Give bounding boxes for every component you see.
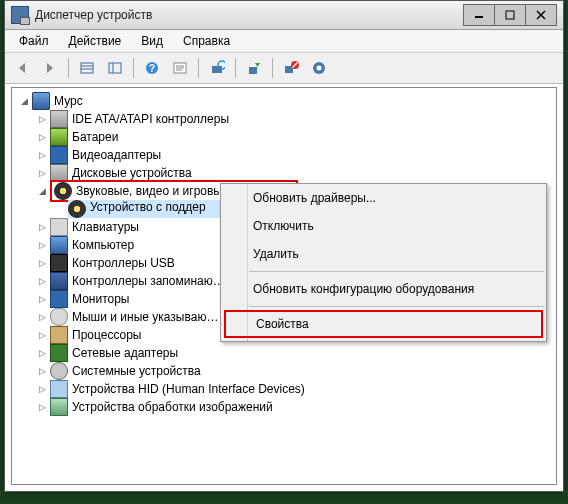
menu-action[interactable]: Действие — [59, 32, 132, 50]
device-manager-window: Диспетчер устройств Файл Действие Вид Сп… — [4, 0, 564, 492]
svg-rect-1 — [506, 11, 514, 19]
expand-icon[interactable]: ▷ — [36, 311, 48, 323]
detail-view-button[interactable] — [74, 55, 100, 81]
close-button[interactable] — [525, 4, 557, 26]
network-icon — [50, 344, 68, 362]
ctx-properties[interactable]: Свойства — [224, 310, 543, 338]
device-label: Устройство с поддер — [90, 200, 206, 218]
svg-point-22 — [317, 66, 322, 71]
separator — [249, 306, 544, 307]
app-icon — [11, 6, 29, 24]
context-menu: Обновить драйверы... Отключить Удалить О… — [220, 183, 547, 342]
category-label: Системные устройства — [72, 364, 201, 378]
maximize-button[interactable] — [494, 4, 526, 26]
root-label: Мурс — [54, 94, 83, 108]
update-driver-button[interactable] — [306, 55, 332, 81]
mouse-icon — [50, 308, 68, 326]
help-button[interactable]: ? — [139, 55, 165, 81]
category-label: Компьютер — [72, 238, 134, 252]
category-label: Устройства HID (Human Interface Devices) — [72, 382, 305, 396]
expand-icon[interactable]: ▷ — [36, 257, 48, 269]
expand-icon[interactable]: ▷ — [36, 221, 48, 233]
category-label: Клавиатуры — [72, 220, 139, 234]
expand-icon[interactable]: ▷ — [36, 149, 48, 161]
tree-category[interactable]: ▷ Сетевые адаптеры — [14, 344, 554, 362]
category-label: Сетевые адаптеры — [72, 346, 178, 360]
category-label: Видеоадаптеры — [72, 148, 161, 162]
computer-icon — [50, 236, 68, 254]
hid-icon — [50, 380, 68, 398]
svg-rect-17 — [249, 67, 257, 74]
collapse-icon[interactable]: ◢ — [36, 185, 48, 197]
expand-icon[interactable]: ▷ — [36, 113, 48, 125]
usb-icon — [50, 254, 68, 272]
tree-category[interactable]: ▷ Батареи — [14, 128, 554, 146]
ctx-disable[interactable]: Отключить — [221, 212, 546, 240]
scan-hardware-button[interactable] — [204, 55, 230, 81]
storage-icon — [50, 272, 68, 290]
svg-rect-4 — [81, 63, 93, 73]
separator — [249, 271, 544, 272]
category-label: Мониторы — [72, 292, 129, 306]
tree-category[interactable]: ▷ Устройства HID (Human Interface Device… — [14, 380, 554, 398]
category-label: Батареи — [72, 130, 118, 144]
category-label: Процессоры — [72, 328, 142, 342]
imaging-icon — [50, 398, 68, 416]
keyboard-icon — [50, 218, 68, 236]
category-label: Мыши и иные указываю… — [72, 310, 218, 324]
expand-icon[interactable]: ▷ — [36, 239, 48, 251]
sound-icon — [54, 182, 72, 200]
collapse-icon[interactable]: ◢ — [18, 95, 30, 107]
tree-root[interactable]: ◢ Мурс — [14, 92, 554, 110]
expand-icon[interactable]: ▷ — [36, 401, 48, 413]
monitor-icon — [50, 290, 68, 308]
separator — [68, 58, 69, 78]
category-label: Контроллеры USB — [72, 256, 175, 270]
svg-rect-7 — [109, 63, 121, 73]
drive-icon — [50, 110, 68, 128]
disable-button[interactable] — [278, 55, 304, 81]
separator — [198, 58, 199, 78]
tree-category[interactable]: ▷ Системные устройства — [14, 362, 554, 380]
system-icon — [50, 362, 68, 380]
expand-icon[interactable]: ▷ — [36, 293, 48, 305]
menu-file[interactable]: Файл — [9, 32, 59, 50]
ctx-update-drivers[interactable]: Обновить драйверы... — [221, 184, 546, 212]
menubar: Файл Действие Вид Справка — [5, 30, 563, 53]
titlebar[interactable]: Диспетчер устройств — [5, 1, 563, 30]
list-view-button[interactable] — [102, 55, 128, 81]
svg-text:?: ? — [149, 63, 155, 74]
ctx-scan-hardware[interactable]: Обновить конфигурацию оборудования — [221, 275, 546, 303]
computer-icon — [32, 92, 50, 110]
menu-view[interactable]: Вид — [131, 32, 173, 50]
category-label: Дисковые устройства — [72, 166, 192, 180]
display-icon — [50, 146, 68, 164]
category-label: IDE ATA/ATAPI контроллеры — [72, 112, 229, 126]
cpu-icon — [50, 326, 68, 344]
expand-icon[interactable]: ▷ — [36, 383, 48, 395]
expand-icon[interactable]: ▷ — [36, 167, 48, 179]
window-title: Диспетчер устройств — [35, 8, 464, 22]
ctx-uninstall[interactable]: Удалить — [221, 240, 546, 268]
battery-icon — [50, 128, 68, 146]
separator — [272, 58, 273, 78]
separator — [133, 58, 134, 78]
uninstall-button[interactable] — [241, 55, 267, 81]
expand-icon[interactable]: ▷ — [36, 365, 48, 377]
expand-icon[interactable]: ▷ — [36, 347, 48, 359]
toolbar: ? — [5, 53, 563, 84]
separator — [235, 58, 236, 78]
category-label: Контроллеры запоминаю… — [72, 274, 225, 288]
expand-icon[interactable]: ▷ — [36, 275, 48, 287]
expand-icon[interactable]: ▷ — [36, 131, 48, 143]
menu-help[interactable]: Справка — [173, 32, 240, 50]
properties-button[interactable] — [167, 55, 193, 81]
forward-button[interactable] — [37, 55, 63, 81]
minimize-button[interactable] — [463, 4, 495, 26]
tree-category[interactable]: ▷ IDE ATA/ATAPI контроллеры — [14, 110, 554, 128]
tree-category[interactable]: ▷ Устройства обработки изображений — [14, 398, 554, 416]
expand-icon[interactable]: ▷ — [36, 329, 48, 341]
sound-icon — [68, 200, 86, 218]
tree-category[interactable]: ▷ Видеоадаптеры — [14, 146, 554, 164]
back-button[interactable] — [9, 55, 35, 81]
